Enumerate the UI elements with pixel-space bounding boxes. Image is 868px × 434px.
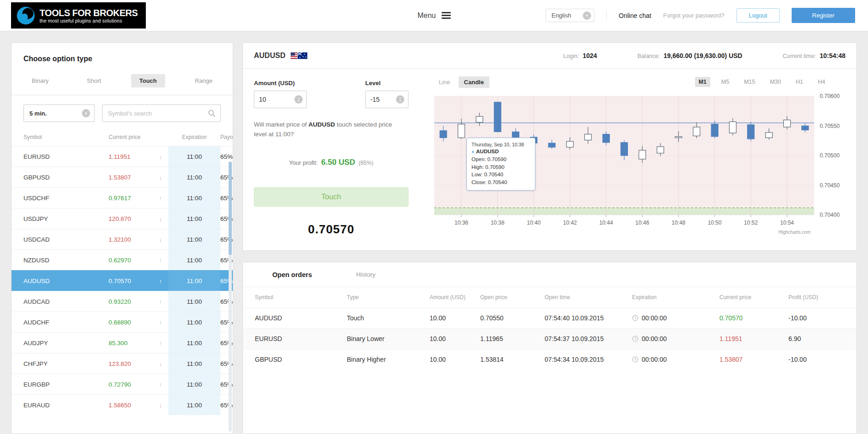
orders-tab-open-orders[interactable]: Open orders bbox=[272, 271, 312, 278]
logout-button[interactable]: Logout bbox=[736, 8, 780, 23]
brand-logo[interactable]: TOOLS FOR BROKERS the most useful plugin… bbox=[11, 2, 146, 29]
timeframe-h4[interactable]: H4 bbox=[814, 77, 829, 87]
question-symbol: AUDUSD bbox=[309, 121, 335, 128]
timeframe-h1[interactable]: H1 bbox=[792, 77, 807, 87]
option-type-tab-range[interactable]: Range bbox=[187, 74, 221, 87]
trend-down-icon: ↓ bbox=[153, 402, 168, 409]
orders-tabs: Open ordersHistory bbox=[243, 262, 857, 287]
symbol-name: USDJPY bbox=[23, 215, 109, 222]
amount-input[interactable] bbox=[259, 96, 294, 103]
pair-flags bbox=[291, 52, 305, 59]
symbol-row-audjpy[interactable]: AUDJPY85.300↑11:0065% bbox=[11, 332, 233, 353]
trend-up-icon: ↑ bbox=[153, 381, 168, 388]
symbol-row-usdcad[interactable]: USDCAD1.32100↓11:0065% bbox=[11, 229, 233, 249]
search-icon bbox=[208, 110, 216, 117]
option-type-tab-binary[interactable]: Binary bbox=[23, 74, 57, 87]
symbol-row-eurusd[interactable]: EURUSD1.11951↓11:0065% bbox=[11, 146, 233, 167]
forgot-password-link[interactable]: Forgot your password? bbox=[663, 12, 724, 19]
svg-text:10:36: 10:36 bbox=[454, 220, 468, 226]
level-input[interactable] bbox=[370, 96, 396, 103]
search-input[interactable] bbox=[108, 110, 208, 117]
stepper-icon[interactable]: ▴▾ bbox=[294, 95, 303, 104]
column-expiration: Expiration bbox=[168, 134, 220, 140]
symbol-row-euraud[interactable]: EURAUD1.58650↓11:0065% bbox=[11, 394, 233, 415]
language-select[interactable]: English ▾ bbox=[546, 9, 594, 22]
symbol-row-audcad[interactable]: AUDCAD0.93220↑11:0065% bbox=[11, 291, 233, 312]
chart-mode-tabs: LineCandle bbox=[433, 76, 489, 88]
order-amount: 10.00 bbox=[430, 335, 480, 342]
symbol-row-usdchf[interactable]: USDCHF0.97617↑11:0065% bbox=[11, 187, 233, 208]
current-price: 0.68890 bbox=[109, 319, 153, 326]
symbol-row-usdjpy[interactable]: USDJPY120.870↓11:0065% bbox=[11, 208, 233, 229]
order-expiration: 00:00:00 bbox=[632, 335, 719, 342]
column-current-price: Current price bbox=[719, 294, 788, 301]
profit-value: 6.50 USD bbox=[321, 158, 355, 167]
option-type-tab-short[interactable]: Short bbox=[79, 74, 109, 87]
symbol-row-audusd[interactable]: AUDUSD0.70570↑11:0065% bbox=[11, 270, 233, 291]
symbol-row-eurgbp[interactable]: EURGBP0.72790↑11:0065% bbox=[11, 374, 233, 394]
symbol-row-gbpusd[interactable]: GBPUSD1.53807↓11:0065% bbox=[11, 167, 233, 187]
column-symbol: Symbol bbox=[23, 134, 109, 140]
svg-text:0.70500: 0.70500 bbox=[820, 152, 840, 159]
column-open-time: Open time bbox=[545, 294, 632, 301]
symbol-row-audchf[interactable]: AUDCHF0.68890↑11:0065% bbox=[11, 312, 233, 332]
timeframe-m30[interactable]: M30 bbox=[766, 77, 785, 87]
expiration-time: 11:00 bbox=[168, 167, 220, 187]
chart-credit[interactable]: Highcharts.com bbox=[433, 230, 847, 235]
column-current-price: Current price bbox=[109, 134, 168, 140]
tooltip-low: Low: 0.70540 bbox=[471, 171, 530, 179]
stepper-icon[interactable]: ▴▾ bbox=[396, 95, 404, 104]
touch-button[interactable]: Touch bbox=[254, 187, 408, 207]
chart-mode-tab-line[interactable]: Line bbox=[433, 76, 456, 88]
tooltip-open: Open: 0.70590 bbox=[471, 156, 530, 163]
symbol-list: EURUSD1.11951↓11:0065%GBPUSD1.53807↓11:0… bbox=[11, 146, 233, 415]
trade-panel-body: Amount (USD) ▴▾ Level ▴▾ bbox=[243, 69, 857, 250]
order-type: Binary Lower bbox=[347, 335, 430, 342]
timeframe-m5[interactable]: M5 bbox=[718, 77, 733, 87]
scrollbar-thumb[interactable] bbox=[229, 162, 232, 255]
chart-area: LineCandle M1M5M15M30H1H4 0.706000.70550… bbox=[422, 69, 857, 250]
order-open-price: 1.53814 bbox=[480, 356, 545, 363]
timeframe-m1[interactable]: M1 bbox=[695, 77, 710, 87]
svg-text:10:50: 10:50 bbox=[708, 220, 722, 226]
online-chat-link[interactable]: Online chat bbox=[619, 12, 651, 19]
column-open-price: Open price bbox=[480, 294, 545, 301]
candlestick-chart[interactable]: 0.706000.705500.705000.704500.7040010:36… bbox=[433, 93, 847, 229]
trend-down-icon: ↓ bbox=[153, 360, 168, 367]
option-type-tab-touch[interactable]: Touch bbox=[131, 74, 165, 87]
au-flag-icon bbox=[298, 52, 307, 59]
menu-button[interactable]: Menu bbox=[417, 12, 450, 20]
symbol-row-chfjpy[interactable]: CHFJPY123.820↓11:0065% bbox=[11, 353, 233, 374]
brand-swirl-icon bbox=[16, 6, 36, 26]
expiration-time: 11:00 bbox=[168, 353, 220, 374]
symbol-name: AUDCAD bbox=[23, 298, 109, 305]
symbol-table-header: Symbol Current price Expiration Payout bbox=[11, 128, 233, 146]
trend-down-icon: ↓ bbox=[153, 153, 168, 160]
order-amount: 10.00 bbox=[430, 314, 480, 322]
chart-mode-tab-candle[interactable]: Candle bbox=[459, 76, 489, 88]
symbol-name: EURUSD bbox=[23, 153, 109, 160]
amount-stepper: ▴▾ bbox=[254, 91, 307, 108]
orders-tab-history[interactable]: History bbox=[356, 271, 375, 278]
order-amount: 10.00 bbox=[430, 356, 480, 363]
trend-down-icon: ↓ bbox=[153, 174, 168, 181]
order-row-gbpusd[interactable]: GBPUSDBinary Higher10.001.5381407:54:34 … bbox=[243, 349, 857, 370]
svg-text:10:54: 10:54 bbox=[780, 220, 794, 226]
symbol-name: AUDJPY bbox=[23, 340, 109, 347]
order-row-eurusd[interactable]: EURUSDBinary Lower10.001.1196507:54:37 1… bbox=[243, 328, 857, 349]
symbol-row-nzdusd[interactable]: NZDUSD0.62970↑11:0065% bbox=[11, 249, 233, 270]
timeframe-m15[interactable]: M15 bbox=[740, 77, 759, 87]
svg-text:0.70550: 0.70550 bbox=[820, 123, 840, 129]
order-row-audusd[interactable]: AUDUSDTouch10.000.7055007:54:40 10.09.20… bbox=[243, 307, 857, 328]
svg-text:10:38: 10:38 bbox=[491, 220, 505, 226]
register-button[interactable]: Register bbox=[792, 8, 855, 23]
main-content: Choose option type BinaryShortTouchRange… bbox=[0, 31, 868, 434]
tooltip-high: High: 0.70590 bbox=[471, 163, 530, 171]
scrollbar-track[interactable] bbox=[229, 162, 232, 432]
order-profit: 6.90 bbox=[788, 335, 857, 342]
duration-select[interactable]: 5 min. ▾ bbox=[23, 104, 95, 122]
level-stepper: ▴▾ bbox=[365, 91, 408, 108]
option-type-tabs: BinaryShortTouchRange bbox=[11, 69, 233, 95]
chart-tooltip: Thursday, Sep 10, 10:38 ●AUDUSD Open: 0.… bbox=[466, 138, 535, 191]
hamburger-icon bbox=[442, 12, 451, 19]
